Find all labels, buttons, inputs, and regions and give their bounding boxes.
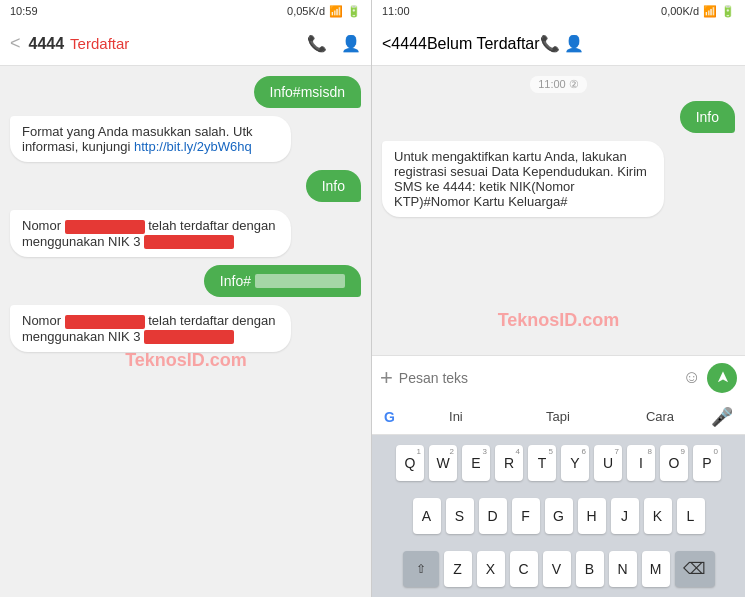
right-emoji-button[interactable]: ☺	[683, 367, 701, 388]
right-key-B[interactable]: B	[576, 551, 604, 587]
right-key-M[interactable]: M	[642, 551, 670, 587]
right-signal-icon: 📶	[703, 5, 717, 18]
left-phone-icon[interactable]: 📞	[307, 34, 327, 53]
right-msg-2: Untuk mengaktifkan kartu Anda, lakukan r…	[382, 141, 664, 217]
right-timestamp: 11:00 ②	[530, 76, 587, 93]
right-battery-icon: 🔋	[721, 5, 735, 18]
left-msg-5-pre: Info#	[220, 273, 251, 289]
right-suggestion-2[interactable]: Tapi	[507, 409, 609, 424]
right-key-F[interactable]: F	[512, 498, 540, 534]
right-key-L[interactable]: L	[677, 498, 705, 534]
right-send-icon: ➤	[713, 371, 732, 384]
right-key-Y[interactable]: 6Y	[561, 445, 589, 481]
left-network-speed: 0,05K/d	[287, 5, 325, 17]
left-chat-body: Info#msisdn Format yang Anda masukkan sa…	[0, 66, 371, 597]
right-message-input[interactable]	[399, 370, 677, 386]
right-key-T[interactable]: 5T	[528, 445, 556, 481]
right-keyboard-suggestions: G Ini Tapi Cara 🎤	[372, 399, 745, 435]
left-msg-1: Info#msisdn	[254, 76, 361, 108]
right-chat-header: < 4444 Belum Terdaftar 📞 👤	[372, 22, 745, 66]
left-msg-4-redact1	[65, 220, 145, 234]
right-key-delete[interactable]: ⌫	[675, 551, 715, 587]
left-msg-6-pre: Nomor	[22, 313, 65, 328]
right-key-row-1: 1Q 2W 3E 4R 5T 6Y 7U 8I 9O 0P	[376, 445, 741, 481]
right-time: 11:00	[382, 5, 410, 17]
left-time: 10:59	[10, 5, 38, 17]
left-msg-5: Info#	[204, 265, 361, 297]
left-msg-5-redact	[255, 274, 345, 288]
left-contact-icon[interactable]: 👤	[341, 34, 361, 53]
right-status-label: Belum Terdaftar	[427, 35, 540, 53]
left-msg-1-text: Info#msisdn	[270, 84, 345, 100]
right-network-speed: 0,00K/d	[661, 5, 699, 17]
right-suggestion-1[interactable]: Ini	[405, 409, 507, 424]
left-wifi-icon: 🔋	[347, 5, 361, 18]
right-panel: 11:00 0,00K/d 📶 🔋 < 4444 Belum Terdaftar…	[372, 0, 745, 597]
left-status-icons: 0,05K/d 📶 🔋	[287, 5, 361, 18]
right-key-C[interactable]: C	[510, 551, 538, 587]
right-key-K[interactable]: K	[644, 498, 672, 534]
right-key-J[interactable]: J	[611, 498, 639, 534]
right-keyboard: G Ini Tapi Cara 🎤 1Q 2W 3E 4R 5T 6Y 7U 8…	[372, 399, 745, 597]
right-key-R[interactable]: 4R	[495, 445, 523, 481]
right-keyboard-rows: 1Q 2W 3E 4R 5T 6Y 7U 8I 9O 0P A S D F	[372, 435, 745, 597]
right-key-W[interactable]: 2W	[429, 445, 457, 481]
right-status-icons: 0,00K/d 📶 🔋	[661, 5, 735, 18]
right-key-D[interactable]: D	[479, 498, 507, 534]
left-msg-4-pre: Nomor	[22, 218, 65, 233]
right-status-bar: 11:00 0,00K/d 📶 🔋	[372, 0, 745, 22]
right-plus-button[interactable]: +	[380, 365, 393, 391]
right-input-bar: + ☺ ➤	[372, 355, 745, 399]
right-key-V[interactable]: V	[543, 551, 571, 587]
left-signal-icon: 📶	[329, 5, 343, 18]
right-key-row-3: ⇧ Z X C V B N M ⌫	[376, 551, 741, 587]
right-key-row-2: A S D F G H J K L	[376, 498, 741, 534]
right-key-I[interactable]: 8I	[627, 445, 655, 481]
left-msg-6-redact1	[65, 315, 145, 329]
left-status-label: Terdaftar	[70, 35, 307, 52]
right-google-logo: G	[384, 409, 395, 425]
right-key-A[interactable]: A	[413, 498, 441, 534]
left-msg-2-link[interactable]: http://bit.ly/2ybW6hq	[134, 139, 252, 154]
left-header-icons: 📞 👤	[307, 34, 361, 53]
left-status-bar: 10:59 0,05K/d 📶 🔋	[0, 0, 371, 22]
left-msg-3-text: Info	[322, 178, 345, 194]
right-key-X[interactable]: X	[477, 551, 505, 587]
left-msg-2: Format yang Anda masukkan salah. Utk inf…	[10, 116, 291, 162]
right-msg-1-text: Info	[696, 109, 719, 125]
right-key-P[interactable]: 0P	[693, 445, 721, 481]
right-contact-icon[interactable]: 👤	[564, 35, 584, 52]
left-msg-3: Info	[306, 170, 361, 202]
right-key-N[interactable]: N	[609, 551, 637, 587]
left-contact-number: 4444	[29, 35, 65, 53]
right-key-O[interactable]: 9O	[660, 445, 688, 481]
right-key-U[interactable]: 7U	[594, 445, 622, 481]
left-chat-header: < 4444 Terdaftar 📞 👤	[0, 22, 371, 66]
right-key-E[interactable]: 3E	[462, 445, 490, 481]
right-send-button[interactable]: ➤	[707, 363, 737, 393]
left-msg-6: Nomor telah terdaftar dengan menggunakan…	[10, 305, 291, 352]
right-key-shift[interactable]: ⇧	[403, 551, 439, 587]
right-suggestion-3[interactable]: Cara	[609, 409, 711, 424]
left-msg-4-redact2	[144, 235, 234, 249]
left-panel: 10:59 0,05K/d 📶 🔋 < 4444 Terdaftar 📞 👤 I…	[0, 0, 372, 597]
right-contact-number: 4444	[391, 35, 427, 53]
right-key-S[interactable]: S	[446, 498, 474, 534]
right-key-Z[interactable]: Z	[444, 551, 472, 587]
right-msg-2-text: Untuk mengaktifkan kartu Anda, lakukan r…	[394, 149, 647, 209]
right-key-H[interactable]: H	[578, 498, 606, 534]
right-key-G[interactable]: G	[545, 498, 573, 534]
right-header-icons: 📞 👤	[540, 34, 584, 53]
left-msg-6-redact2	[144, 330, 234, 344]
right-chat-body: 11:00 ② Info Untuk mengaktifkan kartu An…	[372, 66, 745, 355]
left-back-button[interactable]: <	[10, 33, 21, 54]
left-msg-4: Nomor telah terdaftar dengan menggunakan…	[10, 210, 291, 257]
right-msg-1: Info	[680, 101, 735, 133]
right-back-button[interactable]: <	[382, 35, 391, 53]
right-phone-icon[interactable]: 📞	[540, 35, 560, 52]
right-key-Q[interactable]: 1Q	[396, 445, 424, 481]
right-mic-button[interactable]: 🎤	[711, 406, 733, 428]
